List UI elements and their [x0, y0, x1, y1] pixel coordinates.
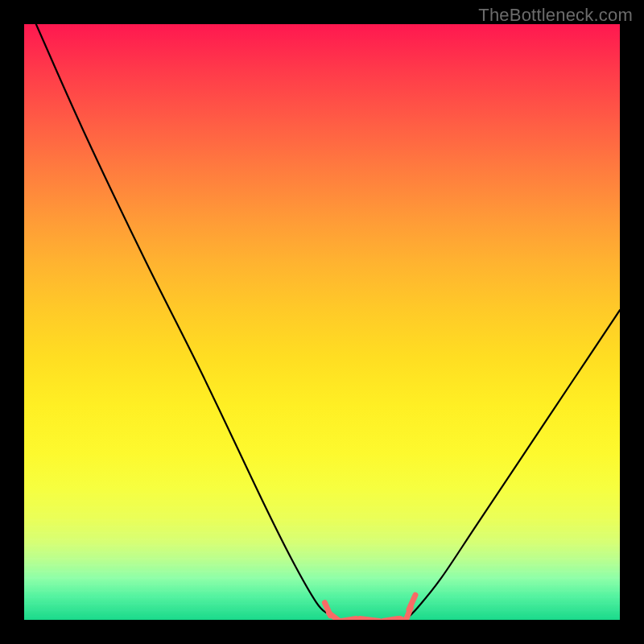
- watermark-text: TheBottleneck.com: [478, 5, 633, 26]
- marker-segment: [341, 619, 356, 621]
- curves-svg: [24, 24, 620, 620]
- marker-segment: [360, 619, 379, 621]
- marker-segment: [383, 619, 398, 621]
- bottom-marker: [324, 595, 415, 620]
- plot-area: [24, 24, 620, 620]
- marker-cap-left: [324, 603, 330, 616]
- marker-cap-right: [409, 595, 415, 609]
- right-curve: [406, 310, 620, 620]
- left-curve: [36, 24, 340, 620]
